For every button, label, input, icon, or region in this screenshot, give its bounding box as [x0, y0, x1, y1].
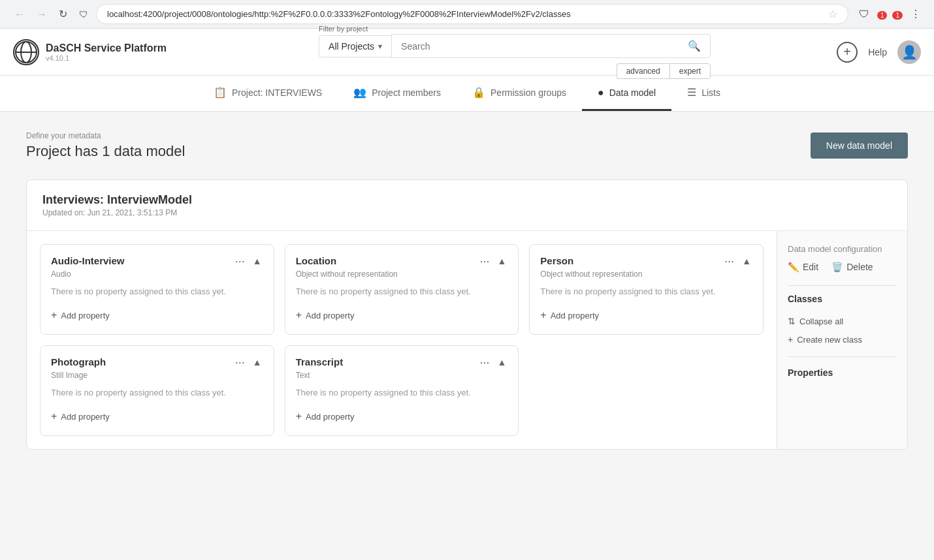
app-title: DaSCH Service Platform [46, 42, 167, 54]
class-card-header: Location ··· ▲ [296, 255, 508, 267]
tab-members[interactable]: 👥 Project members [338, 76, 457, 111]
class-card-photograph: Photograph ··· ▲ Still Image There is no… [40, 345, 274, 436]
search-input[interactable] [401, 41, 688, 52]
class-card-location: Location ··· ▲ Object without representa… [285, 244, 519, 335]
lists-tab-icon: ☰ [687, 86, 696, 99]
class-card-type: Object without representation [296, 270, 508, 279]
create-new-class-button[interactable]: + Create new class [788, 330, 897, 349]
add-property-button[interactable]: + Add property [296, 408, 355, 425]
data-model-section: Interviews: InterviewModel Updated on: J… [26, 179, 908, 450]
add-property-button[interactable]: + Add property [51, 408, 110, 425]
page-title-block: Define your metadata Project has 1 data … [26, 131, 185, 160]
tab-project-label: Project: INTERVIEWS [232, 87, 322, 98]
data-model-updated: Updated on: Jun 21, 2021, 3:51:13 PM [42, 208, 892, 217]
page-subtitle: Define your metadata [26, 131, 185, 140]
data-model-body: Audio-Interview ··· ▲ Audio There is no … [27, 231, 907, 449]
url-bar[interactable]: localhost:4200/project/0008/ontologies/h… [96, 4, 848, 24]
sidebar-divider-2 [788, 356, 897, 357]
class-card-empty-message: There is no property assigned to this cl… [51, 287, 263, 296]
collapse-all-button[interactable]: ⇅ Collapse all [788, 312, 897, 330]
class-card-type: Still Image [51, 371, 263, 380]
forward-button[interactable]: → [33, 7, 51, 22]
tab-lists[interactable]: ☰ Lists [671, 76, 736, 111]
header-actions: + Help 👤 [837, 40, 921, 64]
class-card-menu-button[interactable]: ··· [234, 356, 246, 368]
add-property-button[interactable]: + Add property [296, 307, 355, 324]
class-card-person: Person ··· ▲ Object without representati… [529, 244, 764, 335]
shield-action-icon[interactable]: 🛡 [856, 6, 872, 23]
add-property-button[interactable]: + Add property [51, 307, 110, 324]
tab-datamodel[interactable]: ● Data model [582, 76, 671, 111]
url-text: localhost:4200/project/0008/ontologies/h… [107, 9, 823, 19]
app-title-block: DaSCH Service Platform v4.10.1 [46, 42, 167, 62]
delete-label: Delete [846, 262, 873, 272]
app-version: v4.10.1 [46, 54, 167, 62]
classes-grid: Audio-Interview ··· ▲ Audio There is no … [27, 231, 777, 449]
class-card-name: Transcript [296, 356, 344, 367]
security-icon: 🛡 [79, 9, 88, 20]
class-card-empty-message: There is no property assigned to this cl… [51, 388, 263, 397]
trash-icon: 🗑️ [831, 262, 843, 272]
edit-icon: ✏️ [788, 262, 799, 272]
class-card-collapse-button[interactable]: ▲ [741, 256, 752, 266]
menu-button[interactable]: ⋮ [908, 5, 924, 23]
search-row: All Projects ▾ 🔍 [319, 34, 711, 58]
edit-button[interactable]: ✏️ Edit [788, 262, 818, 272]
filter-label: Filter by project [319, 25, 368, 33]
delete-button[interactable]: 🗑️ Delete [831, 262, 873, 272]
header-search-section: Filter by project All Projects ▾ 🔍 advan… [206, 25, 824, 79]
app-header: DaSCH Service Platform v4.10.1 Filter by… [0, 29, 934, 76]
class-card-header: Audio-Interview ··· ▲ [51, 255, 263, 267]
add-property-button[interactable]: + Add property [540, 307, 599, 324]
class-card-name: Photograph [51, 356, 106, 367]
class-card-menu-button[interactable]: ··· [723, 255, 735, 267]
class-card-actions: ··· ▲ [478, 255, 507, 267]
tab-project[interactable]: 📋 Project: INTERVIEWS [198, 76, 338, 111]
class-card-menu-button[interactable]: ··· [234, 255, 246, 267]
class-card-header: Transcript ··· ▲ [296, 356, 508, 368]
create-new-class-label: Create new class [797, 335, 862, 345]
sidebar-classes-title: Classes [788, 294, 897, 304]
edit-label: Edit [803, 262, 818, 272]
page-header: Define your metadata Project has 1 data … [26, 131, 908, 160]
class-card-menu-button[interactable]: ··· [478, 356, 491, 368]
chevron-down-icon: ▾ [378, 42, 382, 51]
plus-icon: + [540, 309, 546, 321]
class-card-menu-button[interactable]: ··· [478, 255, 491, 267]
class-card-type: Audio [51, 270, 263, 279]
class-card-collapse-button[interactable]: ▲ [251, 357, 263, 367]
app-logo: DaSCH Service Platform v4.10.1 [13, 39, 167, 65]
sidebar-actions: ✏️ Edit 🗑️ Delete [788, 262, 897, 272]
back-button[interactable]: ← [10, 7, 29, 22]
add-button[interactable]: + [837, 42, 858, 63]
members-tab-icon: 👥 [353, 86, 366, 99]
nav-tabs: 📋 Project: INTERVIEWS 👥 Project members … [0, 76, 934, 112]
class-card-collapse-button[interactable]: ▲ [496, 256, 507, 266]
class-card-empty-message: There is no property assigned to this cl… [296, 287, 508, 296]
class-card-actions: ··· ▲ [234, 255, 263, 267]
add-property-label: Add property [551, 311, 599, 320]
plus-icon: + [788, 334, 793, 345]
sidebar-config-title: Data model configuration [788, 244, 897, 254]
avatar[interactable]: 👤 [897, 40, 921, 64]
class-card-actions: ··· ▲ [723, 255, 752, 267]
reload-button[interactable]: ↻ [55, 7, 71, 22]
collapse-icon: ⇅ [788, 316, 796, 326]
project-filter[interactable]: All Projects ▾ [319, 35, 391, 57]
help-button[interactable]: Help [868, 47, 887, 57]
class-card-name: Person [540, 255, 573, 266]
extension-badge-1: 1 [877, 9, 888, 20]
collapse-all-label: Collapse all [799, 317, 843, 326]
browser-action-area: 🛡 1 1 ⋮ [856, 5, 924, 23]
sidebar-properties-title: Properties [788, 367, 897, 378]
class-card-empty-message: There is no property assigned to this cl… [296, 388, 508, 397]
search-box: 🔍 [391, 34, 711, 58]
new-data-model-button[interactable]: New data model [811, 132, 908, 159]
plus-icon: + [51, 309, 57, 321]
tab-permissions[interactable]: 🔒 Permission groups [457, 76, 582, 111]
add-property-label: Add property [306, 412, 354, 422]
class-card-actions: ··· ▲ [234, 356, 263, 368]
class-card-collapse-button[interactable]: ▲ [496, 357, 507, 367]
class-card-audio-interview: Audio-Interview ··· ▲ Audio There is no … [40, 244, 274, 335]
class-card-collapse-button[interactable]: ▲ [251, 256, 263, 266]
